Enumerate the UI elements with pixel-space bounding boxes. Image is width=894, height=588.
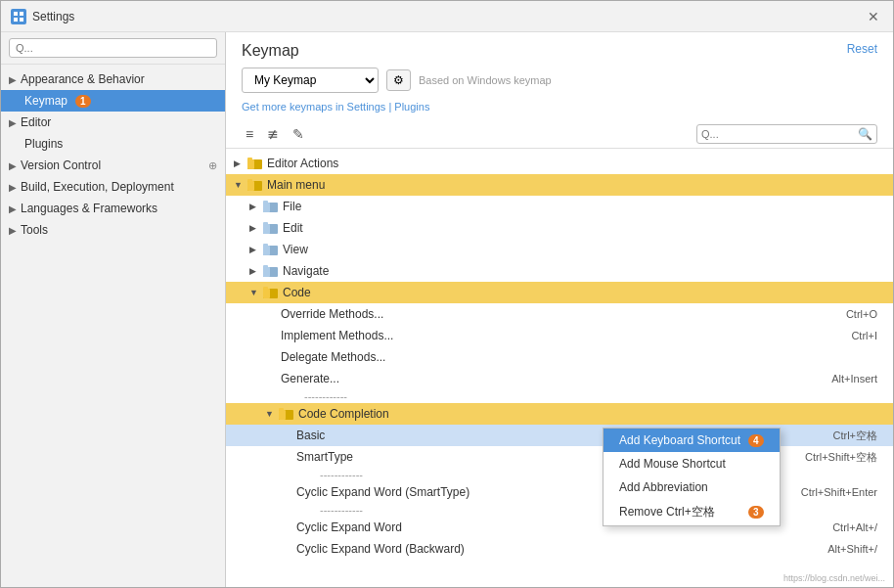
svg-rect-6 [247,158,252,160]
keymap-header: Keymap Reset [226,32,893,60]
sidebar-item-label: Appearance & Behavior [21,72,145,86]
svg-rect-0 [14,12,18,16]
add-abbrev-label: Add Abbreviation [619,480,708,494]
tree-row-override[interactable]: Override Methods... Ctrl+O [226,303,893,325]
code-label: Code [283,286,885,299]
svg-rect-21 [263,265,268,268]
context-menu-item-add-keyboard[interactable]: Add Keyboard Shortcut 4 [603,429,780,452]
tree-row-cyclic-expand-back[interactable]: Cyclic Expand Word (Backward) Alt+Shift+… [226,538,893,560]
reset-link[interactable]: Reset [847,42,877,56]
editor-actions-label: Editor Actions [267,157,885,170]
keymap-label: Keymap [24,94,67,108]
watermark: https://blog.csdn.net/wei... [783,573,885,583]
generate-label: Generate... [281,372,831,385]
sidebar-item-keymap[interactable]: Keymap 1 [1,90,225,112]
keymap-get-more[interactable]: Get more keymaps in Settings | Plugins [226,101,893,120]
gear-button[interactable]: ⚙ [386,69,411,91]
toolbar-btn-1[interactable]: ≡ [242,124,257,144]
view-folder-icon [263,243,279,256]
tree-row-view[interactable]: ▶ View [226,239,893,260]
tree-row-compl[interactable]: Cyclic Expand Word (SmartType) Ctrl+Shif… [226,481,893,503]
edit-folder-icon [263,221,279,235]
code-arrow: ▼ [249,288,263,297]
get-more-link[interactable]: Get more keymaps in Settings | Plugins [242,101,429,113]
vcs-copy-icon: ⊕ [208,159,217,172]
sidebar-item-editor[interactable]: ▶ Editor [1,112,225,133]
svg-rect-23 [263,289,270,298]
delegate-label: Delegate Methods... [281,350,885,364]
tree-row-smart[interactable]: SmartType Ctrl+Shift+空格 [226,446,893,468]
tree-row-navigate[interactable]: ▶ Navigate [226,260,893,282]
svg-rect-1 [20,12,23,16]
svg-rect-3 [20,18,23,22]
editor-actions-arrow: ▶ [234,158,247,168]
tree-row-implement[interactable]: Implement Methods... Ctrl+I [226,325,893,346]
svg-rect-14 [263,224,270,234]
edit-arrow: ▶ [249,223,263,233]
sidebar: ▶ Appearance & Behavior Keymap 1 ▶ Edito… [1,32,226,587]
languages-arrow: ▶ [9,204,17,214]
languages-label: Languages & Frameworks [21,202,157,215]
tools-label: Tools [21,223,48,237]
tree-row-file[interactable]: ▶ File [226,196,893,217]
sidebar-item-tools[interactable]: ▶ Tools [1,219,225,241]
close-button[interactable]: ✕ [864,7,883,26]
editor-label: Editor [21,115,51,129]
build-arrow: ▶ [9,182,17,193]
sidebar-item-languages[interactable]: ▶ Languages & Frameworks [1,198,225,219]
tree-row-delegate[interactable]: Delegate Methods... [226,346,893,368]
plugins-label: Plugins [24,137,63,151]
context-menu-item-add-abbrev[interactable]: Add Abbreviation [603,475,780,499]
toolbar-btn-2[interactable]: ≢ [263,124,283,144]
main-menu-folder-icon [247,178,263,192]
tree-row-code[interactable]: ▼ Code [226,282,893,303]
toolbar: ≡ ≢ ✎ 🔍 [226,120,893,149]
main-panel: Keymap Reset My Keymap ⚙ Based on Window… [226,32,893,587]
editor-actions-folder-icon [247,157,263,170]
override-label: Override Methods... [281,307,846,321]
implement-shortcut: Ctrl+I [851,330,885,341]
tree-row-cyclic-expand[interactable]: Cyclic Expand Word Ctrl+Alt+/ [226,517,893,538]
svg-rect-24 [263,287,268,290]
smart-shortcut: Ctrl+Shift+空格 [805,450,885,465]
tree-row-code-completion[interactable]: ▼ Code Completion [226,403,893,425]
tree-row-editor-actions[interactable]: ▶ Editor Actions [226,153,893,174]
tree-search-input[interactable] [701,128,858,140]
cyclic-expand-back-shortcut: Alt+Shift+/ [827,543,885,555]
add-keyboard-badge: 4 [748,434,764,447]
override-shortcut: Ctrl+O [846,308,885,320]
add-mouse-label: Add Mouse Shortcut [619,457,726,471]
code-folder-icon [263,286,279,299]
keymap-select[interactable]: My Keymap [242,68,379,93]
vcs-label: Version Control [21,158,101,172]
toolbar-btn-3[interactable]: ✎ [289,124,308,144]
svg-rect-18 [263,244,268,247]
tree-row-basic[interactable]: Basic Ctrl+空格 [226,425,893,446]
app-icon [11,9,26,24]
remove-label: Remove Ctrl+空格 [619,504,715,520]
sidebar-item-build[interactable]: ▶ Build, Execution, Deployment [1,176,225,198]
context-menu-item-add-mouse[interactable]: Add Mouse Shortcut [603,452,780,475]
file-label: File [283,200,885,213]
context-menu-item-remove[interactable]: Remove Ctrl+空格 3 [603,499,780,525]
sidebar-search-container [1,32,225,65]
keymap-controls: My Keymap ⚙ Based on Windows keymap [226,60,893,101]
sidebar-item-vcs[interactable]: ▶ Version Control ⊕ [1,155,225,176]
svg-rect-17 [263,246,270,255]
sidebar-search-input[interactable] [9,38,217,58]
add-keyboard-label: Add Keyboard Shortcut [619,433,740,447]
tree-row-main-menu[interactable]: ▼ Main menu [226,174,893,196]
svg-rect-2 [14,18,18,22]
title-bar-left: Settings [11,9,74,24]
svg-rect-20 [263,267,270,277]
tree-row-edit[interactable]: ▶ Edit [226,217,893,239]
tree-row-generate[interactable]: Generate... Alt+Insert [226,368,893,389]
svg-rect-11 [263,203,270,212]
compl-shortcut: Ctrl+Shift+Enter [801,486,885,498]
svg-rect-9 [247,179,252,182]
sidebar-item-plugins[interactable]: Plugins [1,133,225,155]
svg-rect-26 [279,410,286,420]
sidebar-item-appearance[interactable]: ▶ Appearance & Behavior [1,68,225,90]
svg-rect-15 [263,222,268,225]
search-icon[interactable]: 🔍 [858,127,872,141]
